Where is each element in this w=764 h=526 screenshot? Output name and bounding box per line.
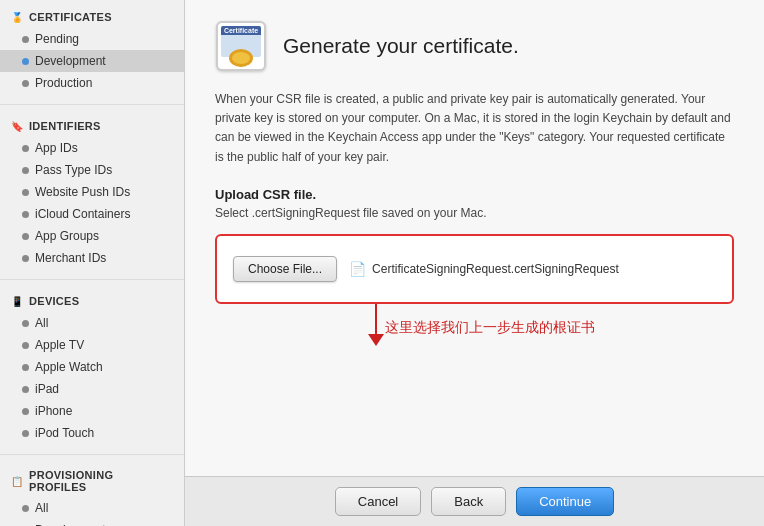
cert-icon-inner: Certificate: [216, 21, 266, 71]
sidebar-section-header-certificates: 🏅 Certificates: [0, 6, 184, 28]
continue-button[interactable]: Continue: [516, 487, 614, 516]
sidebar-item-label: Development: [35, 54, 106, 68]
sidebar-item-all-profiles[interactable]: All: [0, 497, 184, 519]
ipod-touch-dot: [22, 430, 29, 437]
pending-dot: [22, 36, 29, 43]
sidebar-item-icloud-containers[interactable]: iCloud Containers: [0, 203, 184, 225]
sidebar-item-label: iCloud Containers: [35, 207, 130, 221]
certificates-section-label: Certificates: [29, 11, 112, 23]
divider-1: [0, 104, 184, 105]
annotation-area: 这里选择我们上一步生成的根证书: [215, 304, 734, 384]
description-text: When your CSR file is created, a public …: [215, 90, 734, 167]
sidebar-item-pass-type-ids[interactable]: Pass Type IDs: [0, 159, 184, 181]
devices-icon: 📱: [10, 294, 24, 308]
sidebar-item-label: iPad: [35, 382, 59, 396]
sidebar-item-app-ids[interactable]: App IDs: [0, 137, 184, 159]
sidebar-item-development[interactable]: Development: [0, 50, 184, 72]
arrow-head: [368, 334, 384, 346]
app-groups-dot: [22, 233, 29, 240]
apple-watch-dot: [22, 364, 29, 371]
main-container: 🏅 Certificates Pending Development Produ…: [0, 0, 764, 526]
sidebar-item-label: Apple TV: [35, 338, 84, 352]
provisioning-section-label: Provisioning Profiles: [29, 469, 174, 493]
sidebar-item-apple-tv[interactable]: Apple TV: [0, 334, 184, 356]
arrow-container: [345, 304, 384, 346]
sidebar-item-label: Merchant IDs: [35, 251, 106, 265]
merchant-ids-dot: [22, 255, 29, 262]
cancel-button[interactable]: Cancel: [335, 487, 421, 516]
content-inner: Certificate Generate your certificate. W…: [185, 0, 764, 476]
production-dot: [22, 80, 29, 87]
file-name-display: 📄 CertificateSigningRequest.certSigningR…: [349, 261, 619, 277]
sidebar-item-label: All: [35, 501, 48, 515]
sidebar-item-iphone[interactable]: iPhone: [0, 400, 184, 422]
apple-tv-dot: [22, 342, 29, 349]
app-ids-dot: [22, 145, 29, 152]
cert-icon-label: Certificate: [221, 26, 261, 35]
page-title: Generate your certificate.: [283, 34, 519, 58]
upload-box: Choose File... 📄 CertificateSigningReque…: [215, 234, 734, 304]
icloud-dot: [22, 211, 29, 218]
all-devices-dot: [22, 320, 29, 327]
sidebar: 🏅 Certificates Pending Development Produ…: [0, 0, 185, 526]
sidebar-item-production[interactable]: Production: [0, 72, 184, 94]
certificates-icon: 🏅: [10, 10, 24, 24]
sidebar-item-label: App Groups: [35, 229, 99, 243]
sidebar-section-provisioning: 📋 Provisioning Profiles All Development …: [0, 459, 184, 526]
back-button[interactable]: Back: [431, 487, 506, 516]
sidebar-item-ipod-touch[interactable]: iPod Touch: [0, 422, 184, 444]
ipad-dot: [22, 386, 29, 393]
sidebar-item-label: iPhone: [35, 404, 72, 418]
sidebar-item-label: Production: [35, 76, 92, 90]
sidebar-item-apple-watch[interactable]: Apple Watch: [0, 356, 184, 378]
all-profiles-dot: [22, 505, 29, 512]
sidebar-section-devices: 📱 Devices All Apple TV Apple Watch iPad: [0, 284, 184, 450]
sidebar-item-development-profile[interactable]: Development: [0, 519, 184, 526]
cert-icon: Certificate: [215, 20, 267, 72]
sidebar-item-label: Pending: [35, 32, 79, 46]
identifiers-section-label: Identifiers: [29, 120, 101, 132]
sidebar-section-identifiers: 🔖 Identifiers App IDs Pass Type IDs Webs…: [0, 109, 184, 275]
sidebar-item-label: Apple Watch: [35, 360, 103, 374]
sidebar-item-label: iPod Touch: [35, 426, 94, 440]
sidebar-section-header-provisioning: 📋 Provisioning Profiles: [0, 465, 184, 497]
divider-3: [0, 454, 184, 455]
provisioning-icon: 📋: [10, 474, 24, 488]
website-push-ids-dot: [22, 189, 29, 196]
sidebar-section-certificates: 🏅 Certificates Pending Development Produ…: [0, 0, 184, 100]
footer: Cancel Back Continue: [185, 476, 764, 526]
devices-section-label: Devices: [29, 295, 79, 307]
file-icon: 📄: [349, 261, 366, 277]
file-name-text: CertificateSigningRequest.certSigningReq…: [372, 262, 619, 276]
sidebar-item-merchant-ids[interactable]: Merchant IDs: [0, 247, 184, 269]
development-dot: [22, 58, 29, 65]
upload-section-subtitle: Select .certSigningRequest file saved on…: [215, 206, 734, 220]
sidebar-item-website-push-ids[interactable]: Website Push IDs: [0, 181, 184, 203]
sidebar-item-label: All: [35, 316, 48, 330]
content-area: Certificate Generate your certificate. W…: [185, 0, 764, 526]
sidebar-item-ipad[interactable]: iPad: [0, 378, 184, 400]
page-header: Certificate Generate your certificate.: [215, 20, 734, 72]
sidebar-section-header-identifiers: 🔖 Identifiers: [0, 115, 184, 137]
sidebar-item-label: Pass Type IDs: [35, 163, 112, 177]
pass-type-ids-dot: [22, 167, 29, 174]
sidebar-item-pending[interactable]: Pending: [0, 28, 184, 50]
identifiers-icon: 🔖: [10, 119, 24, 133]
upload-section-title: Upload CSR file.: [215, 187, 734, 202]
divider-2: [0, 279, 184, 280]
sidebar-item-all-devices[interactable]: All: [0, 312, 184, 334]
sidebar-item-label: Website Push IDs: [35, 185, 130, 199]
sidebar-item-app-groups[interactable]: App Groups: [0, 225, 184, 247]
arrow-line: [375, 304, 377, 334]
iphone-dot: [22, 408, 29, 415]
annotation-text: 这里选择我们上一步生成的根证书: [385, 319, 595, 337]
choose-file-button[interactable]: Choose File...: [233, 256, 337, 282]
sidebar-section-header-devices: 📱 Devices: [0, 290, 184, 312]
sidebar-item-label: App IDs: [35, 141, 78, 155]
